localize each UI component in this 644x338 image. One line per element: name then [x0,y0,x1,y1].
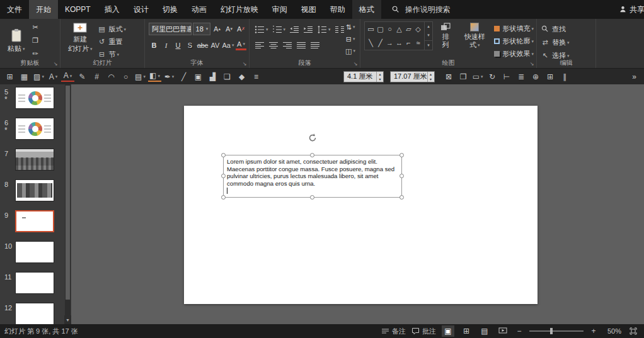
selected-textbox[interactable]: Lorem ipsum dolor sit amet, consectetuer… [223,155,402,198]
resize-handle-se[interactable] [400,195,404,200]
align-left-button[interactable] [253,39,266,51]
paste-button[interactable]: 粘贴 [4,27,29,54]
number-icon[interactable]: # [90,70,103,83]
theme-colors-icon[interactable]: ▤ [134,70,147,83]
copy-icon[interactable]: ❐ [30,35,41,47]
quick-styles-button[interactable]: 快速样式 [458,21,492,50]
tab-insert[interactable]: 插入 [98,0,127,19]
tab-slideshow[interactable]: 幻灯片放映 [214,0,265,19]
panel-scrollbar[interactable] [65,84,71,315]
frame-icon[interactable]: ▭ [471,70,485,83]
rotate-icon[interactable]: ↻ [486,70,499,83]
shape-textbox[interactable]: ▭ [367,25,374,33]
tab-help[interactable]: 帮助 [323,0,352,19]
share-button[interactable]: 共享 [616,0,644,19]
slide-thumbnail-9-selected[interactable]: 9 [0,210,71,238]
textbox-tool-icon[interactable]: A [47,70,60,83]
guides-icon[interactable]: ∥ [558,70,572,83]
text-direction-icon[interactable]: ⇅ [344,22,357,32]
reset-button[interactable]: ↺ 重置 [98,36,127,47]
outline-color-icon[interactable]: ✒ [163,70,176,83]
slide-thumbnail-5[interactable]: 5 * [0,87,71,115]
text-shadow-button[interactable]: S [185,39,195,51]
shape-curve[interactable]: ≈ [416,39,420,47]
slideshow-icon[interactable] [497,325,509,337]
slide-thumb-preview[interactable] [15,303,54,324]
tab-transitions[interactable]: 切换 [156,0,185,19]
shape-elbow[interactable]: ⌐ [406,39,410,47]
font-name-combo[interactable]: 阿里巴巴普惠体 [149,23,192,35]
italic-button[interactable]: I [161,39,171,51]
replace-button[interactable]: ⇄ 替换 [541,37,593,48]
smartart-convert-icon[interactable]: ◫ [344,46,357,56]
slide-thumb-preview[interactable] [15,149,54,171]
gallery-up-icon[interactable]: ▴ [425,22,432,31]
slide-master-icon[interactable]: ⊞ [3,70,16,83]
increase-font-size-button[interactable]: A [212,23,222,35]
shape-line[interactable]: ╲ [369,39,373,47]
more-tools-icon[interactable]: » [628,70,641,83]
picture-fill-icon[interactable]: ▣ [192,70,205,83]
font-color-icon[interactable]: A [61,71,74,82]
slide-thumb-preview[interactable] [15,87,54,109]
align-objects-icon[interactable]: ≡ [250,70,263,83]
find-button[interactable]: 查找 [541,23,593,35]
shape-double-arrow[interactable]: ↔ [396,39,403,47]
distribute-icon[interactable]: ≣ [515,70,528,83]
pencil-icon[interactable]: ✎ [76,70,89,83]
tab-design[interactable]: 设计 [127,0,156,19]
justify-button[interactable] [295,39,308,51]
arc-icon[interactable]: ◠ [105,70,118,83]
font-dialog-launcher-icon[interactable] [241,61,248,67]
shape-width-field[interactable]: 17.07 厘米 [390,71,435,82]
underline-button[interactable]: U [173,39,183,51]
arrange-button[interactable]: 排列 [436,21,455,50]
shape-triangle[interactable]: △ [396,25,401,33]
textbox-text[interactable]: Lorem ipsum dolor sit amet, consectetuer… [227,158,396,187]
drawing-dialog-launcher-icon[interactable] [529,61,535,67]
table-icon[interactable]: ▦ [18,70,31,83]
decrease-font-size-button[interactable]: A [224,23,234,35]
reading-view-icon[interactable]: ▤ [478,325,491,337]
gallery-more-icon[interactable]: ▾ [425,40,432,50]
numbering-button[interactable] [271,23,287,35]
tell-me-search[interactable]: 操作说明搜索 [391,0,451,19]
normal-view-icon[interactable]: ▣ [442,325,454,337]
delete-icon[interactable]: ⊠ [442,70,456,83]
grid-settings-icon[interactable]: ⊞ [544,70,557,83]
slide-thumb-preview[interactable] [15,179,54,201]
zoom-slider[interactable] [529,330,584,332]
zoom-slider-thumb[interactable] [550,328,553,334]
shape-ellipse[interactable]: ○ [388,25,392,33]
slide-thumb-preview[interactable] [15,118,54,140]
clear-formatting-button[interactable]: A [236,23,246,35]
rotate-handle-icon[interactable] [308,133,318,143]
chart-icon[interactable]: ▟ [206,70,219,83]
shape-parallelogram[interactable]: ▱ [406,25,411,33]
tab-animations[interactable]: 动画 [185,0,214,19]
width-stepper[interactable] [427,72,434,82]
shape-rectangle[interactable]: ▢ [377,25,383,33]
shape-effects-button[interactable]: 形状效果 [494,48,534,59]
change-case-button[interactable]: Aa [222,39,234,51]
shape-diamond[interactable]: ◇ [415,25,420,33]
slide-thumbnail-12[interactable]: 12 [0,303,71,324]
comments-button[interactable]: 批注 [411,327,436,336]
resize-handle-w[interactable] [221,174,226,178]
scroll-down-icon[interactable] [64,315,71,324]
center-objects-icon[interactable]: ⊕ [529,70,543,83]
slide-thumbnail-10[interactable]: 10 [0,241,71,269]
slide-sorter-icon[interactable]: ⊞ [460,325,473,337]
resize-handle-n[interactable] [310,153,314,157]
scrollbar-thumb[interactable] [66,86,70,300]
resize-handle-e[interactable] [400,174,404,178]
resize-handle-sw[interactable] [221,195,226,200]
notes-button[interactable]: 备注 [381,327,406,336]
picture-tool-icon[interactable]: ▨ [32,70,45,83]
character-spacing-button[interactable]: AV [210,39,221,51]
tab-view[interactable]: 视图 [294,0,323,19]
tab-review[interactable]: 审阅 [265,0,294,19]
shape-height-field[interactable]: 4.1 厘米 [343,71,384,82]
slide-thumb-preview[interactable] [15,210,54,232]
shape-arrow[interactable]: → [386,39,393,47]
